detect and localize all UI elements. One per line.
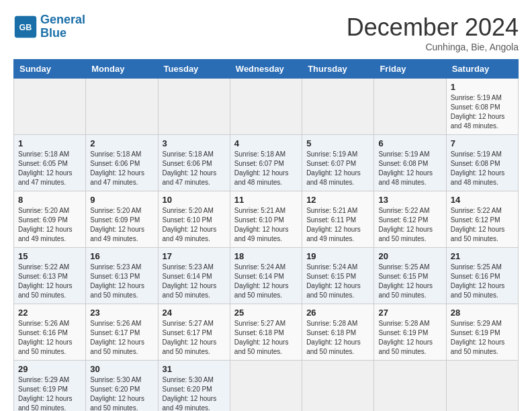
day-info: Sunrise: 5:20 AM Sunset: 6:10 PM Dayligh… bbox=[163, 206, 226, 244]
calendar-week-5: 22 Sunrise: 5:26 AM Sunset: 6:16 PM Dayl… bbox=[14, 304, 519, 361]
month-title: December 2024 bbox=[347, 13, 519, 42]
calendar-cell: 20 Sunrise: 5:25 AM Sunset: 6:15 PM Dayl… bbox=[374, 248, 446, 304]
day-header-wednesday: Wednesday bbox=[230, 60, 302, 79]
calendar-cell: 27 Sunrise: 5:28 AM Sunset: 6:19 PM Dayl… bbox=[374, 304, 446, 361]
calendar-cell bbox=[14, 79, 86, 135]
day-number: 6 bbox=[378, 138, 441, 148]
calendar-cell: 14 Sunrise: 5:22 AM Sunset: 6:12 PM Dayl… bbox=[446, 191, 518, 248]
calendar-cell: 30 Sunrise: 5:30 AM Sunset: 6:20 PM Dayl… bbox=[86, 361, 158, 412]
logo-line2: Blue bbox=[40, 26, 66, 40]
day-number: 20 bbox=[378, 251, 441, 261]
calendar-cell: 17 Sunrise: 5:23 AM Sunset: 6:14 PM Dayl… bbox=[158, 248, 230, 304]
day-info: Sunrise: 5:28 AM Sunset: 6:19 PM Dayligh… bbox=[378, 319, 441, 357]
day-header-sunday: Sunday bbox=[14, 60, 86, 79]
calendar-cell: 29 Sunrise: 5:29 AM Sunset: 6:19 PM Dayl… bbox=[14, 361, 86, 412]
day-number: 23 bbox=[90, 308, 153, 318]
day-number: 28 bbox=[451, 308, 514, 318]
day-info: Sunrise: 5:30 AM Sunset: 6:20 PM Dayligh… bbox=[90, 375, 153, 411]
calendar-week-3: 8 Sunrise: 5:20 AM Sunset: 6:09 PM Dayli… bbox=[14, 191, 519, 248]
calendar-cell bbox=[230, 79, 302, 135]
calendar-cell: 4 Sunrise: 5:18 AM Sunset: 6:07 PM Dayli… bbox=[230, 135, 302, 191]
day-info: Sunrise: 5:22 AM Sunset: 6:12 PM Dayligh… bbox=[451, 206, 514, 244]
day-number: 9 bbox=[90, 195, 153, 205]
calendar-cell: 15 Sunrise: 5:22 AM Sunset: 6:13 PM Dayl… bbox=[14, 248, 86, 304]
title-block: December 2024 Cunhinga, Bie, Angola bbox=[347, 13, 519, 52]
day-info: Sunrise: 5:22 AM Sunset: 6:12 PM Dayligh… bbox=[378, 206, 441, 244]
day-number: 13 bbox=[378, 195, 441, 205]
day-number: 10 bbox=[163, 195, 226, 205]
day-info: Sunrise: 5:21 AM Sunset: 6:10 PM Dayligh… bbox=[234, 206, 298, 244]
logo-line1: General bbox=[40, 13, 85, 26]
calendar-cell: 11 Sunrise: 5:21 AM Sunset: 6:10 PM Dayl… bbox=[230, 191, 302, 248]
calendar-cell: 5 Sunrise: 5:19 AM Sunset: 6:07 PM Dayli… bbox=[302, 135, 374, 191]
day-info: Sunrise: 5:19 AM Sunset: 6:08 PM Dayligh… bbox=[378, 150, 441, 187]
calendar-cell: 13 Sunrise: 5:22 AM Sunset: 6:12 PM Dayl… bbox=[374, 191, 446, 248]
day-number: 25 bbox=[234, 308, 298, 318]
calendar-cell: 21 Sunrise: 5:25 AM Sunset: 6:16 PM Dayl… bbox=[446, 248, 518, 304]
calendar-table: SundayMondayTuesdayWednesdayThursdayFrid… bbox=[13, 59, 519, 411]
day-number: 16 bbox=[90, 251, 153, 261]
day-number: 27 bbox=[378, 308, 441, 318]
calendar-week-1: 1 Sunrise: 5:19 AM Sunset: 6:08 PM Dayli… bbox=[14, 79, 519, 135]
day-info: Sunrise: 5:19 AM Sunset: 6:07 PM Dayligh… bbox=[306, 150, 369, 187]
day-info: Sunrise: 5:19 AM Sunset: 6:08 PM Dayligh… bbox=[451, 150, 514, 187]
calendar-cell bbox=[86, 79, 158, 135]
day-info: Sunrise: 5:28 AM Sunset: 6:18 PM Dayligh… bbox=[306, 319, 369, 357]
day-info: Sunrise: 5:29 AM Sunset: 6:19 PM Dayligh… bbox=[451, 319, 514, 357]
calendar-cell: 25 Sunrise: 5:27 AM Sunset: 6:18 PM Dayl… bbox=[230, 304, 302, 361]
calendar-cell: 12 Sunrise: 5:21 AM Sunset: 6:11 PM Dayl… bbox=[302, 191, 374, 248]
calendar-cell: 26 Sunrise: 5:28 AM Sunset: 6:18 PM Dayl… bbox=[302, 304, 374, 361]
day-info: Sunrise: 5:23 AM Sunset: 6:13 PM Dayligh… bbox=[90, 263, 153, 300]
day-info: Sunrise: 5:20 AM Sunset: 6:09 PM Dayligh… bbox=[90, 206, 153, 244]
day-info: Sunrise: 5:18 AM Sunset: 6:06 PM Dayligh… bbox=[90, 150, 153, 187]
calendar-cell bbox=[374, 79, 446, 135]
day-number: 19 bbox=[306, 251, 369, 261]
day-number: 18 bbox=[234, 251, 298, 261]
day-number: 2 bbox=[90, 138, 153, 148]
calendar-cell: 19 Sunrise: 5:24 AM Sunset: 6:15 PM Dayl… bbox=[302, 248, 374, 304]
day-number: 1 bbox=[18, 138, 81, 148]
day-header-tuesday: Tuesday bbox=[158, 60, 230, 79]
day-number: 31 bbox=[163, 364, 226, 374]
logo: GB General Blue bbox=[13, 13, 85, 40]
calendar-week-2: 1 Sunrise: 5:18 AM Sunset: 6:05 PM Dayli… bbox=[14, 135, 519, 191]
day-number: 7 bbox=[451, 138, 514, 148]
day-number: 3 bbox=[163, 138, 226, 148]
day-info: Sunrise: 5:18 AM Sunset: 6:06 PM Dayligh… bbox=[163, 150, 226, 187]
day-header-friday: Friday bbox=[374, 60, 446, 79]
calendar-week-4: 15 Sunrise: 5:22 AM Sunset: 6:13 PM Dayl… bbox=[14, 248, 519, 304]
day-number: 14 bbox=[451, 195, 514, 205]
page-header: GB General Blue December 2024 Cunhinga, … bbox=[13, 13, 519, 52]
calendar-cell: 1 Sunrise: 5:18 AM Sunset: 6:05 PM Dayli… bbox=[14, 135, 86, 191]
day-number: 17 bbox=[163, 251, 226, 261]
day-header-thursday: Thursday bbox=[302, 60, 374, 79]
day-number: 29 bbox=[18, 364, 81, 374]
calendar-cell bbox=[374, 361, 446, 412]
calendar-cell bbox=[446, 361, 518, 412]
calendar-cell: 10 Sunrise: 5:20 AM Sunset: 6:10 PM Dayl… bbox=[158, 191, 230, 248]
calendar-cell bbox=[302, 361, 374, 412]
day-info: Sunrise: 5:18 AM Sunset: 6:07 PM Dayligh… bbox=[234, 150, 298, 187]
day-info: Sunrise: 5:26 AM Sunset: 6:17 PM Dayligh… bbox=[90, 319, 153, 357]
day-info: Sunrise: 5:21 AM Sunset: 6:11 PM Dayligh… bbox=[306, 206, 369, 244]
calendar-week-6: 29 Sunrise: 5:29 AM Sunset: 6:19 PM Dayl… bbox=[14, 361, 519, 412]
day-info: Sunrise: 5:30 AM Sunset: 6:20 PM Dayligh… bbox=[163, 375, 226, 411]
day-info: Sunrise: 5:24 AM Sunset: 6:14 PM Dayligh… bbox=[234, 263, 298, 300]
calendar-cell: 1 Sunrise: 5:19 AM Sunset: 6:08 PM Dayli… bbox=[446, 79, 518, 135]
calendar-cell: 24 Sunrise: 5:27 AM Sunset: 6:17 PM Dayl… bbox=[158, 304, 230, 361]
day-number: 4 bbox=[234, 138, 298, 148]
calendar-cell: 16 Sunrise: 5:23 AM Sunset: 6:13 PM Dayl… bbox=[86, 248, 158, 304]
day-header-monday: Monday bbox=[86, 60, 158, 79]
day-info: Sunrise: 5:25 AM Sunset: 6:16 PM Dayligh… bbox=[451, 263, 514, 300]
calendar-cell: 9 Sunrise: 5:20 AM Sunset: 6:09 PM Dayli… bbox=[86, 191, 158, 248]
calendar-cell: 6 Sunrise: 5:19 AM Sunset: 6:08 PM Dayli… bbox=[374, 135, 446, 191]
calendar-cell bbox=[158, 79, 230, 135]
day-number: 22 bbox=[18, 308, 81, 318]
logo-text: General Blue bbox=[40, 13, 85, 40]
day-info: Sunrise: 5:19 AM Sunset: 6:08 PM Dayligh… bbox=[451, 93, 514, 131]
logo-icon: GB bbox=[13, 15, 38, 39]
day-info: Sunrise: 5:29 AM Sunset: 6:19 PM Dayligh… bbox=[18, 375, 81, 411]
day-number: 1 bbox=[451, 82, 514, 92]
day-info: Sunrise: 5:26 AM Sunset: 6:16 PM Dayligh… bbox=[18, 319, 81, 357]
calendar-cell: 7 Sunrise: 5:19 AM Sunset: 6:08 PM Dayli… bbox=[446, 135, 518, 191]
